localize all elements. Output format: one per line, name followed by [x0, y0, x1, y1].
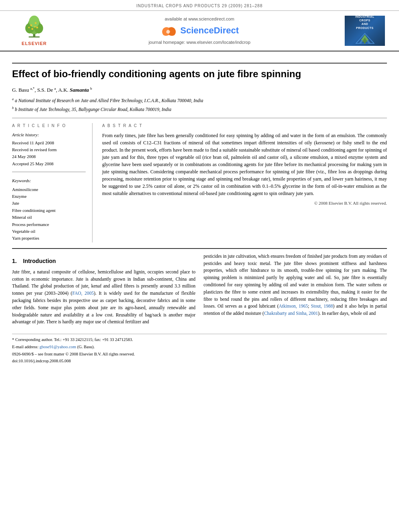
- received-date: Received 11 April 2008: [12, 140, 86, 146]
- footnote-email-line: E-mail address: gbose91@yahoo.com (G. Ba…: [12, 344, 387, 350]
- abstract-column: A B S T R A C T From early times, jute f…: [102, 123, 387, 242]
- svg-point-9: [31, 28, 33, 30]
- publisher-header: ELSEVIER available at www.sciencedirect.…: [0, 11, 399, 51]
- article-meta-section: A R T I C L E I N F O Article history: R…: [12, 123, 387, 242]
- journal-logo-box: INDUSTRIAL CROPS AND PRODUCTS: [345, 16, 385, 46]
- journal-logo-line-2: CROPS: [355, 18, 374, 22]
- keywords-divider: [12, 172, 86, 172]
- journal-logo-title: INDUSTRIAL CROPS AND PRODUCTS: [355, 16, 374, 29]
- journal-logo-area: INDUSTRIAL CROPS AND PRODUCTS: [343, 15, 387, 47]
- ref-stout[interactable]: Stout, 1988: [311, 304, 333, 308]
- journal-logo-line-3: AND: [355, 22, 374, 26]
- keyword-4: Mineral oil: [12, 214, 86, 220]
- affiliation-b: b b Institute of Jute Technology, 35, Ba…: [12, 106, 387, 113]
- abstract-text: From early times, jute fibre has been ge…: [102, 132, 387, 197]
- affiliation-a: a a National Institute of Research on Ju…: [12, 97, 387, 104]
- main-body-columns: 1. Introduction Jute fibre, a natural co…: [12, 253, 387, 329]
- footnote-section: * Corresponding author. Tel.: +91 33 242…: [12, 334, 387, 364]
- keyword-1: Enzyme: [12, 193, 86, 199]
- svg-rect-1: [29, 37, 40, 38]
- article-info-column: A R T I C L E I N F O Article history: R…: [12, 123, 93, 242]
- body-column-right: pesticides in jute cultivation, which en…: [204, 253, 387, 329]
- received-revised-label: Received in revised form: [12, 147, 86, 153]
- header-middle: available at www.sciencedirect.com Scien…: [60, 15, 339, 47]
- elsevier-logo-area: ELSEVIER: [12, 15, 56, 47]
- email-person: (G. Basu).: [77, 345, 95, 349]
- journal-logo-line-4: PRODUCTS: [355, 26, 374, 30]
- svg-point-8: [36, 27, 38, 29]
- page-wrapper: INDUSTRIAL CROPS AND PRODUCTS 29 (2009) …: [0, 0, 399, 532]
- body-column-left: 1. Introduction Jute fibre, a natural co…: [12, 253, 195, 329]
- section-number: 1.: [12, 258, 17, 264]
- journal-logo-line-1: INDUSTRIAL: [355, 16, 374, 18]
- section-title-text: Introduction: [23, 258, 56, 264]
- header-divider: [12, 63, 387, 64]
- ref-atkinson[interactable]: Atkinson, 1965: [279, 304, 308, 308]
- sciencedirect-logo: ScienceDirect: [160, 25, 239, 37]
- keywords-section: Keywords: Aminosilicone Enzyme Jute Fibr…: [12, 178, 86, 242]
- authors-divider: [12, 118, 387, 118]
- ref-chakrabarty[interactable]: Chakrabarty and Sinha, 2001: [264, 311, 318, 316]
- footnote-corresponding: * Corresponding author. Tel.: +91 33 242…: [12, 337, 387, 343]
- email-link[interactable]: gbose91@yahoo.com: [39, 345, 76, 349]
- intro-paragraph-right: pesticides in jute cultivation, which en…: [204, 253, 387, 317]
- elsevier-label: ELSEVIER: [22, 41, 47, 47]
- svg-rect-17: [364, 42, 366, 43]
- email-label: E-mail address:: [12, 345, 39, 349]
- svg-point-10: [34, 26, 36, 28]
- keyword-5: Process performance: [12, 222, 86, 228]
- article-history-label: Article history:: [12, 132, 86, 138]
- svg-point-11: [28, 27, 30, 29]
- elsevier-tree-icon: [18, 15, 50, 39]
- svg-point-7: [35, 22, 37, 24]
- sciencedirect-icon: [160, 25, 178, 37]
- keywords-label: Keywords:: [12, 178, 86, 184]
- keyword-3: Fibre conditioning agent: [12, 207, 86, 214]
- body-start-divider: [12, 248, 387, 249]
- authors-line: G. Basu a,*, S.S. De a, A.K. Samanta b: [12, 86, 387, 94]
- article-title: Effect of bio-friendly conditioning agen…: [12, 68, 387, 80]
- accepted-date: Accepted 25 May 2008: [12, 161, 86, 167]
- journal-logo-triangle-icon: [354, 31, 376, 46]
- keyword-7: Yarn properties: [12, 235, 86, 241]
- journal-homepage-text: journal homepage: www.elsevier.com/locat…: [148, 39, 250, 45]
- abstract-header: A B S T R A C T: [102, 123, 387, 129]
- sciencedirect-text: ScienceDirect: [180, 25, 239, 37]
- article-info-header: A R T I C L E I N F O: [12, 123, 86, 129]
- article-body: Effect of bio-friendly conditioning agen…: [0, 51, 399, 372]
- keyword-0: Aminosilicone: [12, 187, 86, 193]
- copyright-line: © 2008 Elsevier B.V. All rights reserved…: [102, 200, 387, 206]
- journal-header-text: INDUSTRIAL CROPS AND PRODUCTS 29 (2009) …: [136, 4, 263, 8]
- available-text: available at www.sciencedirect.com: [165, 16, 234, 22]
- svg-point-6: [30, 25, 32, 27]
- footnote-doi: doi:10.1016/j.indcrop.2008.05.008: [12, 358, 387, 364]
- keyword-6: Vegetable oil: [12, 228, 86, 234]
- ref-fao[interactable]: FAO, 2005: [72, 291, 94, 296]
- intro-paragraph-left: Jute fibre, a natural composite of cellu…: [12, 269, 195, 326]
- footnote-issn: 0926-6690/$ – see front matter © 2008 El…: [12, 351, 387, 357]
- revised-date: 24 May 2008: [12, 154, 86, 160]
- intro-section-title: 1. Introduction: [12, 257, 195, 265]
- keyword-2: Jute: [12, 200, 86, 206]
- journal-header-bar: INDUSTRIAL CROPS AND PRODUCTS 29 (2009) …: [0, 0, 399, 11]
